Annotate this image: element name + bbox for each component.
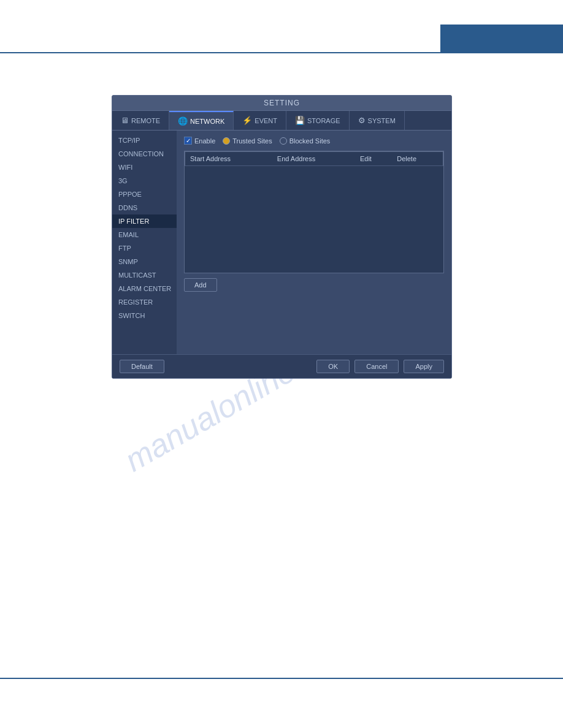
monitor-icon: 🖥 <box>121 116 129 125</box>
sidebar-item-register[interactable]: REGISTER <box>112 295 177 309</box>
bottom-decorative-line <box>0 678 563 679</box>
sidebar-item-tcpip[interactable]: TCP/IP <box>112 134 177 147</box>
sidebar-item-wifi[interactable]: WIFI <box>112 161 177 174</box>
action-bar: Default OK Cancel Apply <box>112 354 451 378</box>
sidebar-item-ipfilter[interactable]: IP FILTER <box>112 214 177 228</box>
ip-table: Start Address End Address Edit Delete <box>185 151 443 264</box>
storage-icon: 💾 <box>295 116 305 125</box>
tab-remote-label: REMOTE <box>131 117 160 124</box>
tab-system[interactable]: ⚙ SYSTEM <box>350 111 405 130</box>
col-delete: Delete <box>392 152 443 166</box>
system-icon: ⚙ <box>358 116 366 125</box>
sidebar-item-multicast[interactable]: MULTICAST <box>112 268 177 282</box>
enable-checkbox-label[interactable]: ✓ Enable <box>184 137 215 145</box>
event-icon: ⚡ <box>242 116 252 125</box>
settings-dialog: SETTING 🖥 REMOTE 🌐 NETWORK ⚡ EVENT 💾 STO… <box>112 95 452 379</box>
dialog-content: TCP/IP CONNECTION WIFI 3G PPPOE DDNS IP … <box>112 131 451 354</box>
top-right-block <box>440 25 563 52</box>
apply-button[interactable]: Apply <box>404 360 444 373</box>
sidebar-item-connection[interactable]: CONNECTION <box>112 147 177 161</box>
sidebar-item-ftp[interactable]: FTP <box>112 241 177 255</box>
tab-network[interactable]: 🌐 NETWORK <box>169 111 234 130</box>
default-button[interactable]: Default <box>120 360 164 373</box>
network-icon: 🌐 <box>178 116 188 126</box>
ip-table-container[interactable]: Start Address End Address Edit Delete <box>184 151 444 273</box>
enable-label: Enable <box>194 137 215 145</box>
col-edit: Edit <box>355 152 392 166</box>
tab-storage[interactable]: 💾 STORAGE <box>286 111 350 130</box>
sidebar-item-snmp[interactable]: SNMP <box>112 255 177 268</box>
blocked-sites-label: Blocked Sites <box>289 137 331 145</box>
filter-options: ✓ Enable Trusted Sites Blocked Sites <box>184 137 444 145</box>
tab-system-label: SYSTEM <box>368 117 396 124</box>
ok-button[interactable]: OK <box>316 360 350 373</box>
tab-event[interactable]: ⚡ EVENT <box>234 111 286 130</box>
top-decorative-line <box>0 52 563 53</box>
tab-event-label: EVENT <box>255 117 277 124</box>
check-mark: ✓ <box>186 138 191 144</box>
sidebar-item-ddns[interactable]: DDNS <box>112 201 177 214</box>
col-start-address: Start Address <box>185 152 272 166</box>
trusted-sites-label: Trusted Sites <box>232 137 272 145</box>
table-header-row: Start Address End Address Edit Delete <box>185 152 443 166</box>
tab-storage-label: STORAGE <box>307 117 340 124</box>
sidebar-item-alarmcenter[interactable]: ALARM CENTER <box>112 282 177 295</box>
add-button[interactable]: Add <box>184 278 217 292</box>
sidebar-item-pppoe[interactable]: PPPOE <box>112 188 177 201</box>
blocked-radio-circle <box>280 137 287 145</box>
sidebar-item-3g[interactable]: 3G <box>112 174 177 188</box>
blocked-sites-radio-label[interactable]: Blocked Sites <box>280 137 331 145</box>
tab-bar: 🖥 REMOTE 🌐 NETWORK ⚡ EVENT 💾 STORAGE ⚙ S… <box>112 111 451 131</box>
tab-network-label: NETWORK <box>190 118 224 125</box>
sidebar-item-email[interactable]: EMAIL <box>112 228 177 241</box>
ipfilter-panel: ✓ Enable Trusted Sites Blocked Sites <box>177 131 451 354</box>
enable-checkbox[interactable]: ✓ <box>184 137 192 145</box>
tab-remote[interactable]: 🖥 REMOTE <box>112 111 169 130</box>
sidebar-item-switch[interactable]: SWITCH <box>112 309 177 322</box>
col-end-address: End Address <box>272 152 355 166</box>
dialog-title: SETTING <box>112 96 451 111</box>
cancel-button[interactable]: Cancel <box>354 360 399 373</box>
sidebar: TCP/IP CONNECTION WIFI 3G PPPOE DDNS IP … <box>112 131 177 354</box>
trusted-radio-circle <box>223 137 230 145</box>
trusted-sites-radio-label[interactable]: Trusted Sites <box>223 137 272 145</box>
table-body <box>185 166 443 264</box>
